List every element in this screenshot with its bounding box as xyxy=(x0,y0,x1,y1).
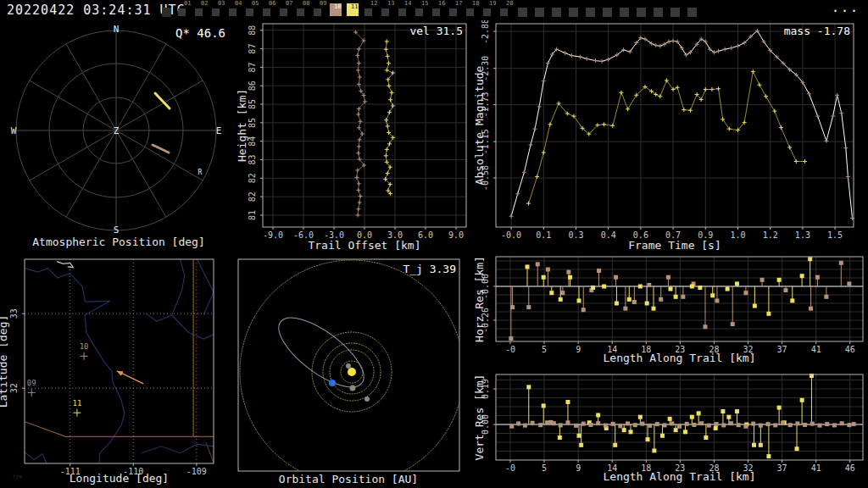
frame-box-10[interactable]: 10 xyxy=(330,0,347,20)
vertical-residuals-panel: -05914182328323741460.190.00Length Along… xyxy=(475,364,868,488)
frame-box-blank-27[interactable] xyxy=(618,0,635,20)
frame-box-16[interactable]: 16 xyxy=(431,0,448,20)
ground-map-panel: 091011-111-110-1093332Longitude [deg]Lat… xyxy=(0,254,237,488)
vert_res-series-station-11 xyxy=(526,374,814,458)
station-marker-11: 11 xyxy=(72,399,81,417)
frame-box-17[interactable]: 17 xyxy=(448,0,465,20)
frame-box-blank-22[interactable] xyxy=(533,0,550,20)
frame-box-04[interactable]: 04 xyxy=(228,0,245,20)
trail_offset-y-tick: 85 xyxy=(248,118,257,128)
frame-box-19[interactable]: 19 xyxy=(482,0,499,20)
map-x-label: Longitude [deg] xyxy=(70,472,169,485)
frame-box-blank-23[interactable] xyxy=(550,0,567,20)
orbit-title: Orbital Position [AU] xyxy=(279,473,418,485)
vert_res-x-tick: -0 xyxy=(505,463,515,473)
frame-box-blank-29[interactable] xyxy=(652,0,669,20)
magnitude-annotation: mass -1.78 xyxy=(784,25,850,37)
frame-box-02[interactable]: 02 xyxy=(194,0,211,20)
map-river xyxy=(25,269,110,302)
map-plot-frame xyxy=(25,259,214,463)
trail-offset-panel: -9.0-6.0-3.00.03.06.09.08887878685858483… xyxy=(237,20,475,254)
map-layers: 091011 xyxy=(25,259,214,463)
vert_res-grid xyxy=(496,374,863,460)
frame-strip[interactable]: 0102030405060708091011121314151617181920 xyxy=(158,0,709,20)
compass-W: W xyxy=(11,125,17,136)
station-label-09: 09 xyxy=(27,379,36,387)
station-label-10: 10 xyxy=(80,342,89,351)
atmospheric-annotation: Q* 46.6 xyxy=(175,26,225,40)
vert_res-x-tick: 41 xyxy=(811,463,821,473)
frame-box-blank-26[interactable] xyxy=(601,0,618,20)
frame-box-blank-0[interactable] xyxy=(160,0,177,20)
frame-box-20[interactable]: 20 xyxy=(499,0,516,20)
trail_offset-y-tick: 88 xyxy=(248,25,257,36)
frame-box-06[interactable]: 06 xyxy=(262,0,279,20)
trail_offset-y-tick: 86 xyxy=(248,80,257,91)
map-river xyxy=(85,301,125,463)
frame-box-07[interactable]: 07 xyxy=(279,0,296,20)
map-y-tick: 32 xyxy=(9,383,19,393)
vert_res-x-tick: 9 xyxy=(576,463,581,473)
vert_res-x-tick: 5 xyxy=(542,463,547,473)
orbit-layers xyxy=(240,260,464,484)
horz_res-y-label: Horz Res [km] xyxy=(475,256,486,342)
frame-box-15[interactable]: 15 xyxy=(415,0,431,20)
frame-box-08[interactable]: 08 xyxy=(296,0,313,20)
trail_offset-y-tick: 81 xyxy=(248,210,257,220)
horz_res-x-label: Length Along Trail [km] xyxy=(603,352,755,364)
frame-box-18[interactable]: 18 xyxy=(465,0,482,20)
sun xyxy=(348,368,356,376)
map-y-label: Latitude [deg] xyxy=(0,315,9,408)
trail_offset-y-tick: 85 xyxy=(248,99,257,109)
magnitude-y-tick: -2.88 xyxy=(481,20,490,44)
trail_offset-y-tick: 87 xyxy=(248,44,257,54)
compass-S: S xyxy=(114,225,120,236)
frame-box-12[interactable]: 12 xyxy=(364,0,381,20)
vert_res-y-label: Vert Res [km] xyxy=(475,374,486,461)
horz_res-x-tick: 46 xyxy=(845,345,855,354)
horz_res-grid xyxy=(496,257,863,341)
station-marker-10: 10 xyxy=(80,342,89,360)
orbit-annotation: T_j 3.39 xyxy=(403,263,456,275)
status-bar: 20220422 03:24:31 UTC 010203040506070809… xyxy=(0,0,868,20)
frame-box-blank-21[interactable] xyxy=(516,0,533,20)
planet-mercury xyxy=(346,363,351,369)
trail_offset-x-tick: -9.0 xyxy=(263,230,283,240)
magnitude-x-label: Frame Time [s] xyxy=(628,239,721,252)
magnitude-x-tick: 0.3 xyxy=(568,230,583,240)
frame-box-09[interactable]: 09 xyxy=(313,0,330,20)
radiant-label: R xyxy=(198,169,203,176)
frame-box-01[interactable]: 01 xyxy=(177,0,194,20)
vert_res-plot-frame xyxy=(496,374,863,460)
map-river xyxy=(142,444,214,453)
frame-box-03[interactable]: 03 xyxy=(211,0,228,20)
meteor-streak-station-10 xyxy=(153,145,169,152)
watermark: rjw xyxy=(13,473,22,479)
magnitude-series-station-11 xyxy=(526,69,807,206)
map-river xyxy=(146,313,172,321)
frame-box-14[interactable]: 14 xyxy=(398,0,415,20)
orbital-position-panel: T_j 3.39Orbital Position [AU] xyxy=(237,254,475,488)
map-x-tick: -109 xyxy=(186,467,207,476)
magnitude-x-tick: 0.4 xyxy=(601,230,616,240)
trail_offset-grid xyxy=(263,24,466,227)
trail_offset-y-tick: 83 xyxy=(248,154,257,164)
trail_offset-series-station-11 xyxy=(383,39,395,196)
magnitude-x-tick: 1.3 xyxy=(795,230,810,240)
frame-box-11[interactable]: 11 xyxy=(347,0,364,20)
planet-venus xyxy=(350,385,356,391)
magnitude-x-tick: 1.5 xyxy=(827,230,843,240)
frame-box-05[interactable]: 05 xyxy=(245,0,262,20)
frame-box-blank-28[interactable] xyxy=(635,0,652,20)
frame-box-13[interactable]: 13 xyxy=(381,0,398,20)
light-curve-panel: -0.00.10.30.40.60.70.91.01.21.31.5-2.88-… xyxy=(475,20,868,254)
frame-box-blank-31[interactable] xyxy=(686,0,703,20)
trail_offset-y-tick: 87 xyxy=(248,62,257,72)
frame-box-blank-30[interactable] xyxy=(669,0,686,20)
magnitude-x-tick: 1.0 xyxy=(730,230,745,240)
vert_res-x-tick: 46 xyxy=(845,463,855,473)
frame-box-blank-24[interactable] xyxy=(567,0,584,20)
frame-box-blank-25[interactable] xyxy=(584,0,601,20)
horz_res-x-tick: -0 xyxy=(505,345,515,354)
overflow-menu[interactable]: ... xyxy=(832,0,860,15)
